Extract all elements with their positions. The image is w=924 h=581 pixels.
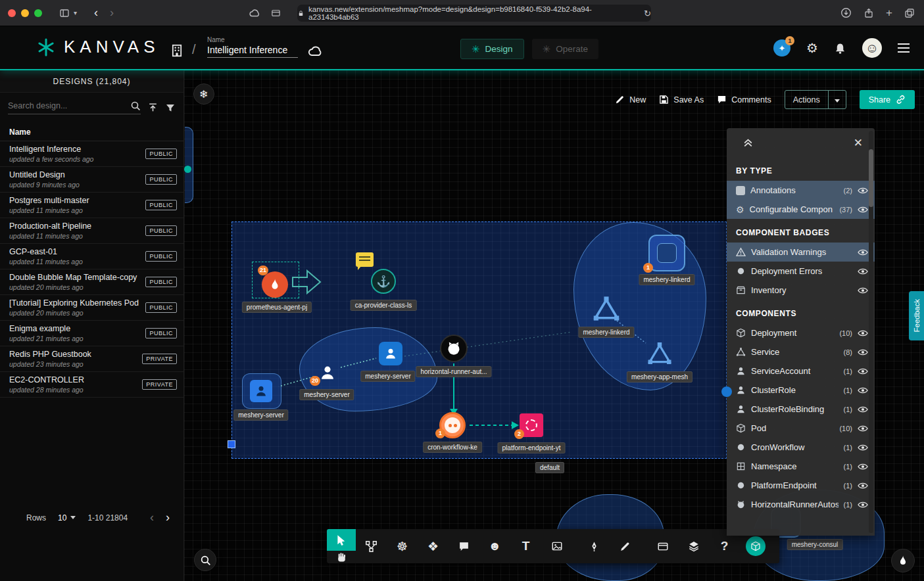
visibility-eye-icon[interactable]: [858, 185, 868, 196]
node-meshery-server-3[interactable]: [250, 380, 272, 402]
panel-row-serviceaccount[interactable]: ServiceAccount (1): [727, 361, 875, 381]
layers-tool[interactable]: [678, 529, 709, 563]
design-row[interactable]: Intelligent Inferenceupdated a few secon…: [0, 141, 183, 167]
next-page-button[interactable]: ›: [166, 511, 170, 524]
feedback-tab[interactable]: Feedback: [909, 291, 924, 340]
visibility-eye-icon[interactable]: [858, 328, 868, 338]
media-tool[interactable]: [541, 529, 572, 563]
visibility-eye-icon[interactable]: [858, 366, 868, 377]
save-as-button[interactable]: Save As: [659, 95, 704, 105]
visibility-eye-icon[interactable]: [858, 347, 868, 358]
new-design-button[interactable]: New: [615, 95, 646, 105]
rows-per-page-select[interactable]: 10: [58, 513, 76, 523]
back-button[interactable]: ‹: [94, 6, 98, 20]
panel-row-cronworkflow[interactable]: CronWorkflow (1): [727, 438, 875, 457]
panel-scrollbar[interactable]: [869, 131, 873, 533]
visibility-eye-icon[interactable]: [858, 285, 868, 296]
import-design-icon[interactable]: [147, 102, 158, 113]
select-tool[interactable]: [327, 529, 356, 551]
panel-row-validation-warnings[interactable]: Validation Warnings: [727, 243, 875, 262]
node-meshery-server-1[interactable]: [379, 342, 402, 365]
panel-row-service[interactable]: Service (8): [727, 342, 875, 361]
visibility-eye-icon[interactable]: [858, 247, 868, 258]
design-row[interactable]: GCP-east-01updated 11 minutes ago PUBLIC: [0, 244, 183, 269]
visibility-eye-icon[interactable]: [858, 204, 868, 215]
sidebar-chevron-icon[interactable]: ▾: [74, 9, 77, 16]
quick-actions-button[interactable]: [891, 549, 915, 572]
visibility-eye-icon[interactable]: [858, 266, 868, 277]
panel-row-inventory[interactable]: Inventory: [727, 281, 875, 300]
menu-hamburger-icon[interactable]: [898, 47, 910, 49]
catalog-icon[interactable]: ✦ 1: [773, 39, 790, 57]
selection-handle[interactable]: [228, 440, 235, 448]
visibility-eye-icon[interactable]: [858, 404, 868, 415]
collapse-panel-icon[interactable]: [742, 137, 754, 149]
new-tab-icon[interactable]: +: [886, 7, 892, 20]
panel-row-pod[interactable]: Pod (10): [727, 419, 875, 438]
sticker-tool[interactable]: ☻: [479, 529, 510, 563]
panel-row-deployment[interactable]: Deployment (10): [727, 323, 875, 342]
design-row[interactable]: Postgres multi-masterupdated 11 minutes …: [0, 193, 183, 218]
panel-row-clusterrolebinding[interactable]: ClusterRoleBinding (1): [727, 400, 875, 419]
forward-button[interactable]: ›: [110, 6, 114, 20]
prev-page-button[interactable]: ‹: [150, 511, 154, 524]
card-tool[interactable]: [647, 529, 678, 563]
visibility-eye-icon[interactable]: [858, 423, 868, 434]
node-linkerd-tri[interactable]: [592, 294, 621, 323]
panel-row-namespace[interactable]: Namespace (1): [727, 457, 875, 476]
node-ca-provider[interactable]: ⚓: [371, 269, 396, 294]
panel-row-deployment-errors[interactable]: Deployment Errors: [727, 262, 875, 281]
shapes-tool[interactable]: ❖: [418, 529, 449, 563]
actions-dropdown[interactable]: Actions: [785, 90, 846, 109]
filter-icon[interactable]: [165, 103, 176, 113]
reader-icon[interactable]: [271, 8, 281, 18]
actions-caret-icon[interactable]: [829, 95, 846, 105]
comment-annotation-node[interactable]: [356, 252, 374, 267]
design-row[interactable]: Untitled Designupdated 9 minutes ago PUB…: [0, 167, 183, 193]
visibility-eye-icon[interactable]: [858, 442, 868, 453]
close-panel-icon[interactable]: ✕: [854, 136, 863, 150]
node-prometheus[interactable]: [262, 271, 288, 298]
arrow-shape[interactable]: [291, 268, 323, 296]
comments-button[interactable]: Comments: [717, 95, 771, 105]
comment-tool[interactable]: [449, 529, 479, 563]
design-row[interactable]: Double Bubble Map Template-copyupdated 2…: [0, 269, 183, 295]
reload-icon[interactable]: ↻: [644, 9, 651, 18]
share-sheet-icon[interactable]: [863, 8, 874, 18]
notifications-bell-icon[interactable]: [834, 42, 846, 55]
node-meshery-server-2[interactable]: [318, 363, 337, 383]
freeze-layout-button[interactable]: ❄: [193, 83, 214, 105]
design-row[interactable]: Production-alt Pipelineupdated 11 minute…: [0, 218, 183, 244]
pencil-tool[interactable]: [610, 529, 641, 563]
tab-operate[interactable]: ✳ Operate: [532, 39, 598, 59]
tab-overview-icon[interactable]: [904, 8, 915, 18]
downloads-icon[interactable]: [840, 7, 852, 18]
user-avatar[interactable]: ☺: [862, 38, 882, 58]
visibility-eye-icon[interactable]: [858, 385, 868, 396]
kubernetes-tool[interactable]: ☸: [387, 529, 418, 563]
traffic-light-zoom[interactable]: [34, 9, 42, 17]
search-input[interactable]: [8, 101, 130, 110]
design-name-value[interactable]: Intelligent Inference: [207, 43, 298, 58]
node-github-runner[interactable]: [440, 335, 468, 362]
panel-row-configurable-components[interactable]: ⚙ Configurable Compon (37): [727, 200, 875, 219]
sidebar-toggle-icon[interactable]: [59, 8, 70, 18]
design-row[interactable]: EC2-CONTROLLERupdated 28 minutes ago PRI…: [0, 372, 183, 398]
pan-hand-icon[interactable]: [336, 551, 347, 563]
traffic-light-minimize[interactable]: [21, 9, 29, 17]
schema-tool[interactable]: [356, 529, 387, 563]
visibility-eye-icon[interactable]: [858, 500, 868, 510]
design-name-field[interactable]: Name Intelligent Inference: [207, 36, 298, 58]
node-linkerd-ns[interactable]: [648, 235, 685, 271]
icloud-icon[interactable]: [249, 7, 260, 19]
panel-row-annotations[interactable]: Annotations (2): [727, 181, 875, 200]
zoom-button[interactable]: [194, 549, 216, 571]
search-field[interactable]: [8, 101, 141, 114]
visibility-eye-icon[interactable]: [858, 461, 868, 472]
panel-row-clusterrole[interactable]: ClusterRole (1): [727, 381, 875, 400]
design-row[interactable]: Redis PHP Guestbookupdated 23 minutes ag…: [0, 346, 183, 372]
panel-row-platformendpoint[interactable]: PlatformEndpoint (1): [727, 476, 875, 495]
share-button[interactable]: Share: [860, 90, 915, 109]
cloud-sync-icon[interactable]: [307, 43, 323, 59]
panel-row-horizontalrunnerautoscaler[interactable]: HorizontalRunnerAutos (1): [727, 495, 875, 514]
